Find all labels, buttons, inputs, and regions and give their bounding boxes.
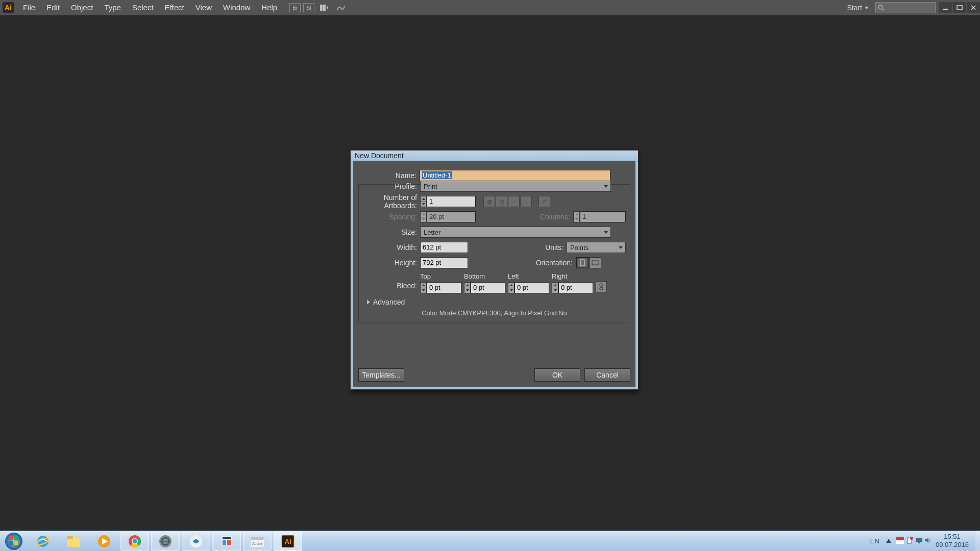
taskbar-app-3[interactable] <box>212 532 241 551</box>
bleed-left-label: Left <box>508 272 549 280</box>
svg-rect-36 <box>223 540 226 545</box>
chevron-right-icon <box>367 299 370 305</box>
tray-network-icon[interactable] <box>915 537 922 545</box>
start-button[interactable] <box>0 531 28 552</box>
arrange-docs-icon[interactable] <box>317 3 331 13</box>
width-input[interactable]: 612 pt <box>420 242 468 253</box>
bridge-icon[interactable]: Br <box>289 3 301 12</box>
size-label: Size: <box>363 228 420 236</box>
bleed-top-spinner[interactable] <box>420 282 427 293</box>
svg-line-4 <box>882 9 884 11</box>
show-hidden-icons[interactable] <box>885 537 893 545</box>
name-input[interactable]: Untitled-1 <box>420 170 610 181</box>
artboards-spinner[interactable] <box>420 196 427 207</box>
artboards-label: Number of Artboards: <box>363 193 420 210</box>
orientation-portrait-button[interactable] <box>576 257 589 268</box>
svg-rect-39 <box>251 537 264 540</box>
bleed-left-input[interactable]: 0 pt <box>514 282 549 293</box>
cancel-button[interactable]: Cancel <box>584 368 630 382</box>
minimize-button[interactable] <box>939 2 952 13</box>
arrange-down-icon[interactable]: ↓ <box>520 196 532 207</box>
svg-rect-6 <box>957 6 962 10</box>
taskbar-app-1[interactable] <box>151 532 180 551</box>
units-dropdown[interactable]: Points <box>567 242 626 253</box>
close-button[interactable] <box>967 2 980 13</box>
taskbar-illustrator[interactable]: Ai <box>274 532 302 551</box>
tray-action-center-icon[interactable] <box>906 537 913 545</box>
show-desktop-button[interactable] <box>974 531 980 551</box>
artboards-input[interactable]: 1 <box>427 196 476 207</box>
svg-rect-17 <box>9 541 13 545</box>
stock-icon[interactable]: St <box>303 3 314 12</box>
profile-dropdown[interactable]: Print <box>420 181 611 192</box>
top-right-controls: Start <box>843 0 980 15</box>
arrange-right-icon[interactable]: → <box>508 196 520 207</box>
units-label: Units: <box>541 243 567 252</box>
taskbar: Adobe Ai EN 15:51 09.07.2016 <box>0 531 980 551</box>
taskbar-app-4[interactable]: Adobe <box>243 532 272 551</box>
svg-marker-44 <box>886 539 891 543</box>
columns-label: Columns: <box>540 213 573 221</box>
advanced-toggle[interactable]: Advanced <box>367 298 626 306</box>
svg-rect-5 <box>943 9 948 10</box>
menu-type[interactable]: Type <box>99 0 127 15</box>
menu-view[interactable]: View <box>190 0 217 15</box>
gpu-perf-icon[interactable] <box>334 3 348 13</box>
bleed-left-spinner[interactable] <box>508 282 514 293</box>
menu-effect[interactable]: Effect <box>159 0 190 15</box>
tray-volume-icon[interactable] <box>924 537 932 545</box>
tray-flag-icon[interactable] <box>896 537 904 545</box>
orientation-landscape-button[interactable] <box>589 257 601 268</box>
maximize-button[interactable] <box>953 2 966 13</box>
bleed-right-label: Right <box>552 272 593 280</box>
svg-rect-37 <box>227 540 231 545</box>
bleed-right-input[interactable]: 0 pt <box>558 282 593 293</box>
name-label: Name: <box>357 171 420 180</box>
templates-button[interactable]: Templates... <box>358 368 404 382</box>
taskbar-app-2[interactable] <box>182 532 210 551</box>
taskbar-ie[interactable] <box>29 532 57 551</box>
app-logo: Ai <box>3 2 14 13</box>
menu-help[interactable]: Help <box>256 0 283 15</box>
taskbar-explorer[interactable] <box>59 532 88 551</box>
size-dropdown[interactable]: Letter <box>420 227 611 238</box>
svg-rect-49 <box>916 538 922 542</box>
language-indicator[interactable]: EN <box>870 537 879 545</box>
svg-rect-10 <box>592 261 598 265</box>
grid-by-row-icon[interactable]: ▦ <box>483 196 495 207</box>
menu-window[interactable]: Window <box>217 0 256 15</box>
bleed-bottom-spinner[interactable] <box>464 282 471 293</box>
new-document-dialog: New Document Name: Untitled-1 Profile: P… <box>350 150 639 390</box>
bleed-right-spinner[interactable] <box>552 282 558 293</box>
menu-file[interactable]: File <box>17 0 41 15</box>
link-bleed-button[interactable] <box>596 281 607 292</box>
svg-rect-35 <box>223 537 231 539</box>
taskbar-media-player[interactable] <box>90 532 118 551</box>
menubar: Ai File Edit Object Type Select Effect V… <box>0 0 980 15</box>
grid-by-col-icon[interactable]: ▤ <box>496 196 507 207</box>
search-icon <box>877 4 885 11</box>
width-label: Width: <box>363 243 420 252</box>
bleed-bottom-input[interactable]: 0 pt <box>471 282 505 293</box>
search-input[interactable] <box>875 2 936 13</box>
rtl-arrange-icon[interactable]: ⇄ <box>538 196 550 207</box>
svg-text:Ai: Ai <box>285 538 291 545</box>
taskbar-chrome[interactable] <box>120 532 149 551</box>
svg-point-29 <box>133 539 137 543</box>
bleed-top-input[interactable]: 0 pt <box>427 282 461 293</box>
svg-rect-0 <box>320 5 323 11</box>
menu-edit[interactable]: Edit <box>41 0 65 15</box>
ok-button[interactable]: OK <box>534 368 580 382</box>
svg-marker-2 <box>327 6 328 9</box>
clock[interactable]: 15:51 09.07.2016 <box>936 533 969 548</box>
svg-point-3 <box>878 5 883 9</box>
svg-rect-46 <box>896 540 904 544</box>
svg-text:Adobe: Adobe <box>252 542 262 545</box>
svg-rect-9 <box>580 260 584 266</box>
workspace-switcher[interactable]: Start <box>843 4 873 12</box>
height-label: Height: <box>363 259 420 267</box>
menu-object[interactable]: Object <box>65 0 99 15</box>
menu-select[interactable]: Select <box>127 0 159 15</box>
svg-rect-22 <box>67 536 73 539</box>
height-input[interactable]: 792 pt <box>420 257 468 268</box>
